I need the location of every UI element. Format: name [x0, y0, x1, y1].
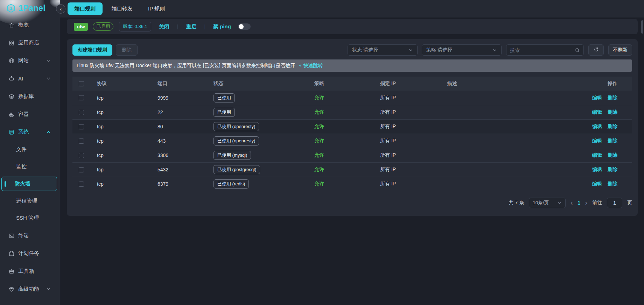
row-checkbox[interactable]	[79, 124, 84, 129]
delete-link[interactable]: 删除	[608, 138, 617, 144]
ping-block-toggle[interactable]	[238, 23, 251, 30]
sidebar-item-cron[interactable]: 计划任务	[0, 244, 60, 262]
sidebar-item-website[interactable]: 网站	[0, 52, 60, 70]
edit-link[interactable]: 编辑	[592, 181, 602, 187]
row-checkbox[interactable]	[79, 153, 84, 158]
sidebar-item-terminal[interactable]: 终端	[0, 227, 60, 244]
sidebar-item-container[interactable]: 容器	[0, 105, 60, 123]
row-checkbox[interactable]	[79, 167, 84, 172]
cell-protocol: tcp	[97, 181, 158, 187]
port-rules-card: 创建端口规则 删除 状态 请选择 策略 请选择	[67, 39, 638, 216]
quick-jump-label: 快速跳转	[303, 63, 323, 69]
column-header-protocol: 协议	[97, 80, 158, 87]
delete-link[interactable]: 删除	[608, 123, 617, 130]
quick-jump-link[interactable]: 快速跳转	[298, 63, 323, 69]
cell-protocol: tcp	[97, 124, 158, 129]
sidebar-item-database[interactable]: 数据库	[0, 87, 60, 105]
sidebar-item-ai[interactable]: AI	[0, 70, 60, 87]
cell-port: 9999	[158, 95, 214, 101]
refresh-icon	[594, 47, 599, 53]
sidebar-item-advanced[interactable]: 高级功能	[0, 280, 60, 298]
column-header-port: 端口	[158, 80, 214, 87]
row-checkbox[interactable]	[79, 95, 84, 100]
edit-link[interactable]: 编辑	[592, 95, 602, 101]
edit-link[interactable]: 编辑	[592, 123, 602, 130]
row-checkbox[interactable]	[79, 110, 84, 115]
delete-link[interactable]: 删除	[608, 181, 617, 187]
status-badge: 已使用 (postgresql)	[214, 165, 260, 174]
sidebar-item-app-store[interactable]: 应用商店	[0, 34, 60, 52]
sidebar: 1 1Panel 概览 应用商店 网站 AI	[0, 0, 60, 305]
cell-policy: 允许	[314, 109, 324, 115]
cell-ip: 所有 IP	[380, 138, 447, 144]
cell-protocol: tcp	[97, 167, 158, 172]
table-row: tcp 6379 已使用 (redis) 允许 所有 IP 编辑 删除	[72, 177, 632, 191]
edit-link[interactable]: 编辑	[592, 109, 602, 115]
cell-ip: 所有 IP	[380, 95, 447, 101]
sidebar-item-firewall[interactable]: 防火墙	[1, 177, 57, 191]
sidebar-item-process[interactable]: 进程管理	[0, 192, 60, 210]
column-header-description: 描述	[447, 80, 576, 87]
sidebar-item-files[interactable]: 文件	[0, 141, 60, 158]
home-icon	[8, 22, 15, 28]
status-badge: 已使用 (openresty)	[214, 136, 259, 146]
delete-link[interactable]: 删除	[608, 166, 617, 173]
sidebar-item-overview[interactable]: 概览	[0, 16, 60, 34]
edit-link[interactable]: 编辑	[592, 166, 602, 173]
search-input[interactable]	[510, 47, 575, 53]
sidebar-item-monitor[interactable]: 监控	[0, 158, 60, 175]
main-content: ufw 已启用 版本: 0.36.1 关闭 | 重启 | 禁 ping 创建端口…	[60, 17, 644, 305]
status-badge: 已使用 (mysql)	[214, 151, 251, 160]
sidebar-item-ssh[interactable]: SSH 管理	[0, 210, 60, 227]
delete-button[interactable]: 删除	[116, 44, 138, 56]
sidebar-collapse-button[interactable]: ‹	[56, 4, 65, 14]
cell-port: 22	[158, 109, 214, 115]
firewall-version-badge: 版本: 0.36.1	[119, 22, 151, 31]
toolbox-icon	[8, 268, 15, 275]
edit-link[interactable]: 编辑	[592, 138, 602, 144]
next-page-button[interactable]: ›	[585, 200, 587, 206]
status-filter-select[interactable]: 状态 请选择	[348, 44, 418, 56]
page-size-select[interactable]: 10条/页	[529, 198, 566, 208]
create-port-rule-button[interactable]: 创建端口规则	[72, 44, 112, 56]
edit-link[interactable]: 编辑	[592, 152, 602, 158]
delete-link[interactable]: 删除	[608, 95, 617, 101]
sidebar-menu: 概览 应用商店 网站 AI 数据库 容器	[0, 16, 60, 298]
sidebar-item-label: 数据库	[18, 93, 34, 100]
app-store-icon	[8, 40, 15, 46]
delete-link[interactable]: 删除	[608, 152, 617, 158]
terminal-icon	[8, 233, 15, 239]
tab-port-forwarding[interactable]: 端口转发	[105, 2, 139, 15]
delete-link[interactable]: 删除	[608, 109, 617, 115]
cell-ip: 所有 IP	[380, 181, 447, 187]
firewall-restart-link[interactable]: 重启	[186, 23, 196, 30]
search-box	[506, 44, 584, 56]
refresh-button[interactable]	[588, 44, 604, 56]
cell-port: 3306	[158, 152, 214, 158]
sidebar-item-label: 计划任务	[18, 250, 39, 257]
app-logo[interactable]: 1 1Panel	[0, 0, 60, 16]
cell-protocol: tcp	[97, 138, 158, 144]
tab-port-rules[interactable]: 端口规则	[68, 2, 103, 15]
row-checkbox[interactable]	[79, 139, 84, 144]
sidebar-item-toolbox[interactable]: 工具箱	[0, 262, 60, 280]
sidebar-item-label: 终端	[18, 232, 29, 239]
tab-ip-rules[interactable]: IP 规则	[142, 2, 171, 15]
row-checkbox[interactable]	[79, 182, 84, 187]
firewall-stop-link[interactable]: 关闭	[159, 23, 169, 30]
scrollbar-thumb[interactable]	[641, 20, 643, 34]
current-page-number[interactable]: 1	[578, 200, 580, 206]
page-unit-label: 页	[627, 200, 632, 206]
policy-filter-select[interactable]: 策略 请选择	[422, 44, 502, 56]
tab-label: 端口转发	[112, 6, 133, 12]
total-count-label: 共 7 条	[509, 200, 524, 206]
sidebar-item-system[interactable]: 系统	[0, 123, 60, 141]
cell-policy: 允许	[314, 152, 324, 158]
cell-policy: 允许	[314, 123, 324, 129]
select-all-checkbox[interactable]	[79, 81, 84, 86]
status-badge: 已使用	[214, 108, 235, 117]
sidebar-item-label: 工具箱	[18, 268, 34, 275]
prev-page-button[interactable]: ‹	[570, 200, 573, 206]
goto-page-input[interactable]	[607, 198, 622, 208]
no-refresh-button[interactable]: 不刷新	[608, 44, 632, 56]
